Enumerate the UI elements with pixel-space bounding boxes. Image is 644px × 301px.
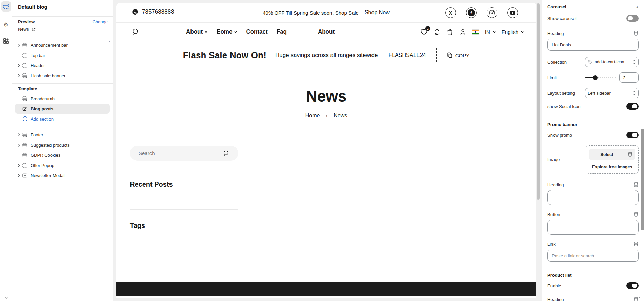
preview-navbar: About Eome Contact Faq About 2 — [116, 23, 536, 41]
divider — [12, 16, 113, 17]
sidebar-item-announcement-bar[interactable]: Announcement bar — [15, 40, 110, 50]
instagram-icon[interactable] — [487, 7, 497, 18]
sidebar-item-newsletter-modal[interactable]: Newsletter Modal — [15, 170, 110, 180]
sidebar-item-header[interactable]: Header — [15, 60, 110, 70]
carousel-heading-input[interactable] — [547, 39, 639, 51]
promo-button-input[interactable] — [547, 220, 639, 235]
settings-panel: Carousel ▲ Show carousel Heading Collect… — [542, 0, 644, 301]
section-icon — [22, 163, 31, 168]
breadcrumb-home[interactable]: Home — [305, 113, 320, 119]
country-selector[interactable]: IN — [485, 29, 496, 35]
show-social-icon-toggle[interactable] — [626, 103, 639, 110]
chevron-right-icon[interactable] — [17, 164, 22, 167]
promo-heading-label: Heading — [547, 182, 564, 187]
dynamic-source-icon[interactable] — [633, 30, 639, 36]
template-section-group: Breadcrumb Blog posts Add section — [12, 93, 113, 124]
search-icon[interactable] — [132, 28, 139, 35]
settings-rail-button[interactable]: ⚙ — [1, 20, 11, 30]
blog-search-input[interactable] — [139, 146, 217, 161]
x-icon[interactable]: X — [445, 7, 456, 18]
chevron-right-icon[interactable] — [17, 43, 22, 47]
sidebar-item-footer[interactable]: Footer — [15, 130, 110, 140]
nav-item-eome[interactable]: Eome — [217, 28, 237, 35]
magnifier-icon[interactable] — [223, 150, 229, 156]
promo-heading-input[interactable] — [547, 190, 639, 205]
chevron-right-icon[interactable] — [17, 64, 22, 67]
divider — [547, 116, 639, 116]
nav-item-contact[interactable]: Contact — [246, 28, 267, 35]
chevron-right-icon[interactable] — [17, 143, 22, 147]
promo-link-input[interactable] — [547, 250, 639, 262]
preview-label: Preview — [18, 19, 35, 24]
sections-rail-button[interactable] — [1, 1, 11, 12]
change-link[interactable]: Change — [92, 19, 108, 24]
left-rail: ⚙ — [0, 0, 12, 301]
divider — [130, 209, 238, 210]
scroll-down-caret-icon[interactable]: ▼ — [638, 296, 641, 299]
dynamic-source-icon[interactable] — [625, 149, 635, 160]
youtube-icon[interactable] — [507, 7, 518, 18]
account-icon[interactable] — [459, 28, 466, 36]
limit-slider[interactable] — [585, 75, 616, 80]
image-select-button[interactable]: Select — [589, 149, 635, 160]
compare-sync-icon[interactable] — [434, 28, 441, 36]
chevron-right-icon[interactable] — [17, 74, 22, 78]
sidebar-item-flash-sale-banner[interactable]: Flash sale banner — [15, 70, 110, 81]
enable-label: Enable — [547, 283, 561, 288]
add-section-button[interactable]: Add section — [15, 114, 110, 124]
layout-setting-select[interactable]: Left sidebar — [585, 88, 639, 98]
show-carousel-toggle[interactable] — [626, 15, 639, 22]
dynamic-source-icon[interactable] — [633, 241, 639, 247]
sidebar-item-label: Suggested products — [31, 143, 70, 148]
cart-bag-icon[interactable] — [446, 28, 454, 36]
envelope-icon — [22, 173, 31, 178]
preview-scrollbar-thumb[interactable] — [537, 3, 540, 200]
apps-rail-button[interactable] — [1, 36, 11, 46]
sidebar-item-suggested-products[interactable]: Suggested products — [15, 140, 110, 150]
tag-icon — [588, 60, 592, 64]
show-promo-toggle[interactable] — [626, 132, 639, 138]
chevron-right-icon[interactable] — [17, 133, 22, 137]
sidebar-item-offer-popup[interactable]: Offer Popup — [15, 160, 110, 170]
shop-now-link[interactable]: Shop Now — [365, 9, 390, 16]
flash-sale-strip: Flash Sale Now On! Huge savings across a… — [116, 41, 536, 69]
sidebar-item-gdpr-cookies[interactable]: GDPR Cookies — [15, 150, 110, 160]
product-list-enable-toggle[interactable] — [626, 282, 639, 289]
language-selector[interactable]: English — [502, 29, 524, 35]
header-section-group: Announcement bar Top bar Header Flash sa… — [12, 40, 113, 81]
sidebar-item-label: Footer — [31, 132, 43, 137]
sidebar-item-blog-posts[interactable]: Blog posts — [15, 104, 110, 114]
dynamic-source-icon[interactable] — [633, 182, 639, 187]
explore-free-images-link[interactable]: Explore free images — [589, 165, 635, 169]
nav-utilities: 2 IN English — [420, 23, 524, 41]
image-label: Image — [547, 157, 560, 162]
limit-value-input[interactable] — [619, 72, 639, 83]
product-list-section-title: Product list — [547, 273, 572, 278]
rail-scroll-down[interactable] — [0, 296, 12, 300]
sidebar-item-breadcrumb[interactable]: Breadcrumb — [15, 93, 110, 104]
show-promo-label: Show promo — [547, 133, 572, 138]
sidebar-item-top-bar[interactable]: Top bar — [15, 50, 110, 60]
chevron-right-icon[interactable] — [17, 174, 22, 177]
wishlist-button[interactable]: 2 — [420, 28, 428, 36]
collection-select[interactable]: add-to-cart-icon — [585, 57, 639, 67]
recent-posts-heading: Recent Posts — [130, 180, 238, 188]
nav-item-about[interactable]: About — [186, 28, 208, 35]
section-icon — [22, 153, 31, 157]
section-icon — [22, 73, 31, 78]
nav-item-faq[interactable]: Faq — [277, 28, 287, 35]
dynamic-source-icon[interactable] — [633, 212, 639, 217]
copy-code-button[interactable]: COPY — [447, 52, 470, 58]
facebook-icon[interactable]: f — [466, 7, 477, 18]
divider — [12, 38, 113, 38]
promo-text: 40% OFF Till Spring Sale soon. Shop Sale — [263, 10, 359, 16]
section-icon — [22, 63, 31, 68]
panel-scrollbar-thumb[interactable] — [641, 129, 644, 230]
section-icon — [22, 53, 31, 58]
nav-item-about-secondary[interactable]: About — [318, 23, 335, 41]
collapse-caret-icon[interactable]: ▲ — [636, 5, 639, 8]
phone-block[interactable]: 7857688888 — [132, 8, 174, 15]
promo-link-label: Link — [547, 242, 556, 247]
external-link-icon[interactable] — [32, 27, 36, 31]
layout-setting-label: Layout setting — [547, 91, 575, 96]
